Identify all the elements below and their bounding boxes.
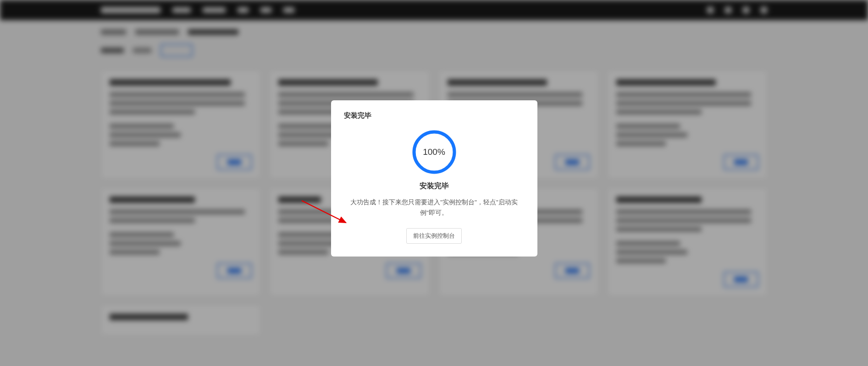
- progress-circle: 100%: [411, 129, 457, 175]
- modal-overlay[interactable]: 安装完毕 100% 安装完毕 大功告成！接下来您只需要进入"实例控制台"，轻点"…: [0, 0, 868, 366]
- modal-title: 安装完毕: [344, 111, 525, 120]
- modal-heading: 安装完毕: [420, 181, 449, 191]
- modal-description: 大功告成！接下来您只需要进入"实例控制台"，轻点"启动实例"即可。: [344, 197, 525, 219]
- install-complete-modal: 安装完毕 100% 安装完毕 大功告成！接下来您只需要进入"实例控制台"，轻点"…: [331, 100, 537, 257]
- progress-value: 100%: [423, 147, 445, 157]
- goto-console-button[interactable]: 前往实例控制台: [406, 228, 462, 244]
